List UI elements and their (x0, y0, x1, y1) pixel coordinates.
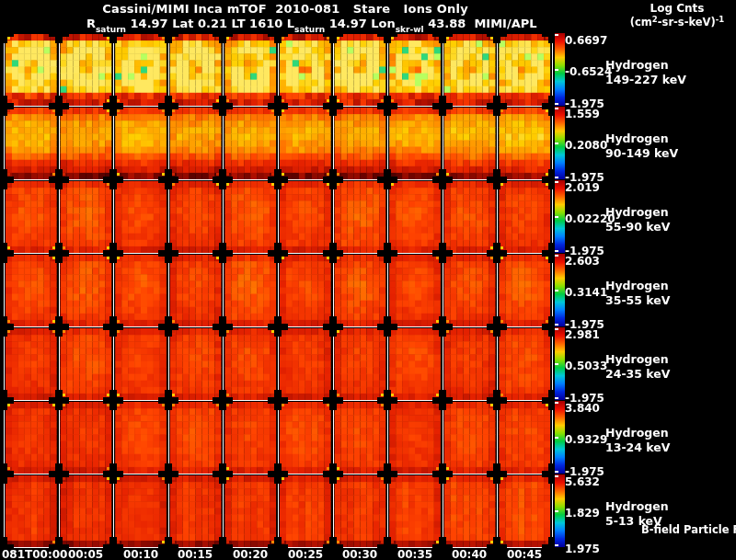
ephemeris-readout: Rsaturn 14.97 Lat 0.21 LT 1610 Lsaturn 1… (86, 17, 537, 34)
energy-range-label: 149-227 keV (605, 73, 686, 86)
species-label: Hydrogen (605, 279, 669, 292)
species-label: Hydrogen (605, 426, 669, 440)
species-label: Hydrogen (605, 205, 669, 219)
lat-lt-l-readout: 14.97 Lat 0.21 LT 1610 L (126, 17, 294, 30)
bfield-particle-flow-note: B-field Particle Flow (641, 524, 736, 535)
colorbar-max-value: 0.6697 (565, 34, 607, 47)
colorbar-mid-value: 0.5033 (565, 360, 607, 372)
time-tick-label: 00:10 (113, 548, 168, 560)
species-label: Hydrogen (605, 352, 669, 366)
colorbar-units-title: Log Cnts(cm2-sr-s-keV)-1 (618, 3, 736, 28)
colorbar-mid-value: 0.2080 (565, 139, 607, 152)
time-tick-label: 00:25 (278, 548, 333, 560)
time-tick-label: 00:20 (223, 548, 278, 560)
colorbar-max-value: 2.981 (565, 328, 600, 341)
units-line2: (cm2-sr-s-keV)-1 (618, 16, 736, 28)
species-label: Hydrogen (605, 499, 669, 513)
energy-range-label: 24-35 keV (605, 367, 670, 381)
time-tick-label: 00:45 (497, 548, 552, 560)
lon-subscript: skr-wl (396, 25, 424, 34)
colorbar-max-value: 2.603 (565, 255, 600, 268)
energy-range-label: 55-90 keV (605, 220, 670, 234)
species-label: Hydrogen (605, 131, 669, 145)
r-saturn-subscript: saturn (96, 25, 126, 34)
time-tick-label: 00:15 (167, 548, 223, 560)
r-saturn-label: R (86, 17, 96, 30)
mimi-inca-spectrogram-viewer: Cassini/MIMI Inca mTOF 2010-081 Stare Io… (0, 0, 736, 560)
units-pre: (cm (630, 16, 652, 29)
units-line1: Log Cnts (650, 2, 705, 15)
l-saturn-subscript: saturn (294, 25, 325, 34)
energy-range-label: 35-55 keV (605, 293, 670, 307)
time-tick-label: 00:05 (58, 548, 113, 560)
time-tick-label: 00:30 (332, 548, 387, 560)
colorbar-mid-value: 0.3141 (565, 286, 607, 299)
units-mid: -sr-s-keV) (658, 16, 716, 29)
time-tick-label: 00:40 (442, 548, 497, 560)
colorbar-mid-value: 1.829 (565, 507, 600, 520)
energy-range-label: 90-149 keV (605, 146, 678, 160)
energy-range-label: 13-24 keV (605, 440, 670, 454)
units-sup-neg1: -1 (716, 15, 724, 24)
colorbar-max-value: 3.840 (565, 402, 600, 415)
colorbar-max-value: 2.019 (565, 181, 600, 194)
colorbar-max-value: 5.632 (565, 475, 600, 488)
colorbar-mid-value: 0.9329 (565, 433, 607, 446)
lon-value-and-credit: 43.88 MIMI/APL (424, 17, 537, 30)
page-title: Cassini/MIMI Inca mTOF 2010-081 Stare Io… (0, 3, 570, 16)
colorbar-min-value: 1.975 (565, 543, 600, 555)
species-label: Hydrogen (605, 58, 669, 72)
time-tick-label: 00:35 (387, 548, 443, 560)
colorbar-max-value: 1.559 (565, 108, 600, 120)
lon-readout: 14.97 Lon (325, 17, 396, 30)
